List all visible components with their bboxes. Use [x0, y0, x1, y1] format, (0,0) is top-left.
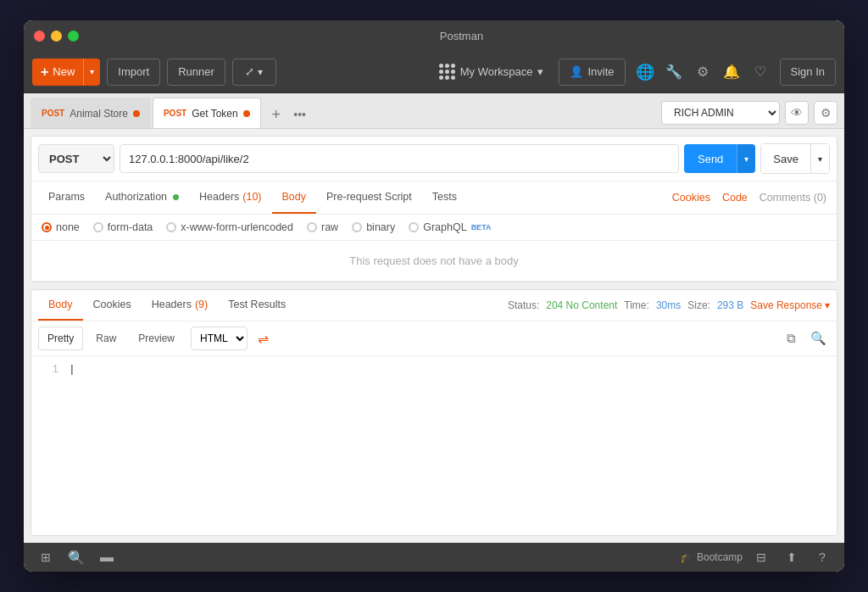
workspace-button[interactable]: My Workspace ▾	[431, 59, 553, 84]
new-tab-button[interactable]: +	[266, 104, 287, 125]
body-type-urlencoded[interactable]: x-www-form-urlencoded	[166, 221, 293, 233]
request-tabs: Params Authorization Headers (10) Body P…	[31, 182, 837, 215]
maximize-button[interactable]	[68, 31, 79, 42]
heart-icon-button[interactable]: ♡	[748, 59, 773, 85]
eye-button[interactable]: 👁	[785, 101, 809, 125]
req-tab-authorization[interactable]: Authorization	[95, 182, 189, 214]
minimize-button[interactable]	[51, 31, 62, 42]
search-icon-button[interactable]: 🌐	[632, 59, 658, 85]
tab-animal-store[interactable]: POST Animal Store	[31, 98, 151, 128]
req-tab-params[interactable]: Params	[38, 182, 95, 214]
upload-icon: ⬆	[787, 550, 797, 564]
response-status-bar: Status: 204 No Content Time: 30ms Size: …	[508, 299, 830, 311]
search-response-button[interactable]: 🔍	[806, 327, 830, 350]
req-tab-prerequest[interactable]: Pre-request Script	[316, 182, 422, 214]
resp-tab-cookies[interactable]: Cookies	[83, 290, 142, 321]
body-type-raw[interactable]: raw	[307, 221, 338, 233]
send-dropdown-arrow[interactable]: ▾	[737, 144, 755, 173]
workspace-arrow: ▾	[537, 65, 543, 78]
status-label: Status:	[508, 299, 539, 311]
layout-button[interactable]: ⊟	[749, 545, 773, 569]
invite-button[interactable]: 👤 Invite	[559, 59, 625, 86]
bootcamp-button[interactable]: 🎓 Bootcamp	[680, 551, 743, 563]
format-select[interactable]: HTML	[191, 327, 248, 350]
send-button[interactable]: Send	[684, 144, 737, 173]
resp-tab-headers[interactable]: Headers (9)	[142, 290, 219, 321]
upload-button[interactable]: ⬆	[780, 545, 804, 569]
resp-tab-body[interactable]: Body	[38, 290, 83, 321]
url-bar: POST Send ▾ Save ▾	[31, 137, 837, 182]
req-tab-tests[interactable]: Tests	[422, 182, 467, 214]
tab2-name: Get Token	[192, 108, 237, 120]
sync-arrow: ▾	[258, 66, 263, 78]
method-select[interactable]: POST	[38, 144, 114, 173]
console-button[interactable]: ▬	[95, 545, 119, 569]
bottom-bar: ⊞ 🔍 ▬ 🎓 Bootcamp ⊟ ⬆ ?	[24, 543, 844, 572]
find-icon: 🔍	[68, 550, 85, 566]
fmt-tab-pretty[interactable]: Pretty	[38, 327, 83, 350]
wrench-icon: 🔧	[665, 64, 682, 80]
body-type-form-data[interactable]: form-data	[93, 221, 153, 233]
status-value: 204 No Content	[546, 299, 617, 311]
radio-binary	[352, 222, 362, 232]
body-type-binary[interactable]: binary	[352, 221, 395, 233]
layout-icon: ⊟	[756, 550, 766, 564]
find-replace-button[interactable]: 🔍	[64, 545, 88, 569]
url-input[interactable]	[120, 144, 679, 173]
app-window: Postman + New ▾ Import Runner ⤢ ▾	[24, 20, 844, 572]
tab1-modified-dot	[133, 110, 140, 117]
sidebar-toggle-button[interactable]: ⊞	[34, 545, 58, 569]
code-link[interactable]: Code	[719, 192, 751, 204]
fmt-tab-preview[interactable]: Preview	[129, 327, 184, 350]
tab1-method: POST	[42, 109, 64, 118]
new-dropdown-arrow[interactable]: ▾	[84, 59, 100, 86]
env-settings-button[interactable]: ⚙	[814, 101, 837, 125]
new-button[interactable]: + New ▾	[32, 59, 100, 86]
sync-icon: ⤢	[245, 65, 254, 78]
wrench-icon-button[interactable]: 🔧	[661, 59, 687, 85]
comments-link[interactable]: Comments (0)	[756, 192, 830, 204]
body-type-graphql[interactable]: GraphQL BETA	[409, 221, 491, 233]
save-dropdown-arrow[interactable]: ▾	[810, 144, 829, 173]
save-response-button[interactable]: Save Response ▾	[750, 299, 830, 311]
body-type-none[interactable]: none	[42, 221, 80, 233]
plus-icon: +	[41, 64, 48, 80]
heart-icon: ♡	[754, 64, 766, 80]
resp-tab-test-results[interactable]: Test Results	[218, 290, 296, 321]
tabs-action-buttons: + •••	[266, 104, 310, 128]
tab2-modified-dot	[243, 110, 250, 117]
fmt-tab-raw[interactable]: Raw	[86, 327, 125, 350]
request-area: POST Send ▾ Save ▾ Params Authorization	[31, 136, 837, 282]
toolbar-icon-group: 🌐 🔧 ⚙ 🔔 ♡	[632, 59, 773, 85]
new-button-label[interactable]: + New	[32, 59, 84, 86]
window-title: Postman	[89, 30, 834, 42]
code-content[interactable]	[69, 363, 826, 528]
bell-icon: 🔔	[723, 64, 740, 80]
environment-select[interactable]: RICH ADMIN	[661, 101, 780, 125]
import-button[interactable]: Import	[107, 59, 160, 86]
sign-in-button[interactable]: Sign In	[780, 59, 836, 86]
sync-button[interactable]: ⤢ ▾	[232, 59, 276, 86]
settings-icon-button[interactable]: ⚙	[690, 59, 715, 85]
title-bar: Postman	[24, 20, 844, 51]
cookies-link[interactable]: Cookies	[669, 192, 714, 204]
main-content: POST Animal Store POST Get Token + ••• R…	[24, 93, 844, 543]
send-button-group: Send ▾	[684, 144, 755, 173]
more-tabs-button[interactable]: •••	[290, 104, 310, 125]
gear-icon: ⚙	[697, 64, 709, 80]
line-numbers: 1	[42, 363, 58, 528]
wrap-button[interactable]: ⇌	[251, 327, 275, 350]
tab-get-token[interactable]: POST Get Token	[153, 98, 261, 128]
runner-button[interactable]: Runner	[167, 59, 225, 86]
req-tab-body[interactable]: Body	[272, 182, 317, 214]
wrap-icon: ⇌	[258, 331, 269, 347]
save-button-group: Save ▾	[760, 143, 830, 174]
bell-icon-button[interactable]: 🔔	[719, 59, 744, 85]
close-button[interactable]	[34, 31, 45, 42]
req-tab-headers[interactable]: Headers (10)	[189, 182, 271, 214]
copy-button[interactable]: ⧉	[779, 327, 803, 350]
search-icon: 🔍	[810, 331, 826, 346]
save-button[interactable]: Save	[761, 144, 810, 173]
time-label: Time:	[624, 299, 649, 311]
help-button[interactable]: ?	[810, 545, 834, 569]
